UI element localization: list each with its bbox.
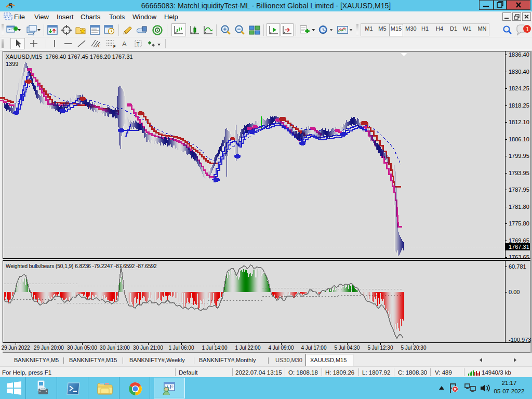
svg-text:5 Jul 20:30: 5 Jul 20:30 [401, 345, 427, 351]
svg-text:29 Jun 20:00: 29 Jun 20:00 [34, 345, 64, 351]
svg-text:1767.31: 1767.31 [509, 244, 529, 250]
svg-text:4 Jul 17:00: 4 Jul 17:00 [301, 345, 327, 351]
svg-text:1775.80: 1775.80 [509, 220, 529, 227]
svg-text:5 Jul 04:30: 5 Jul 04:30 [335, 345, 360, 351]
svg-text:-100.973: -100.973 [509, 337, 531, 343]
svg-text:1824.25: 1824.25 [509, 85, 529, 91]
svg-text:30 Jun 13:00: 30 Jun 13:00 [100, 345, 130, 351]
svg-text:5 Jul 12:30: 5 Jul 12:30 [368, 345, 393, 351]
svg-text:Weighted bulls/bears (50,1,9): Weighted bulls/bears (50,1,9) 6.8236 -79… [6, 263, 157, 269]
svg-text:1812.10: 1812.10 [509, 119, 529, 125]
svg-text:XAUUSD,M15 1766.40 1767.45 17: XAUUSD,M15 1766.40 1767.45 1766.20 1767.… [6, 54, 133, 60]
svg-text:1799.95: 1799.95 [509, 153, 529, 159]
svg-text:1836.40: 1836.40 [509, 51, 529, 58]
svg-text:99: 99 [170, 385, 174, 388]
svg-text:1781.80: 1781.80 [509, 204, 529, 210]
svg-text:1 Jul 22:00: 1 Jul 22:00 [235, 345, 261, 351]
svg-text:30 Jun 05:00: 30 Jun 05:00 [67, 345, 97, 351]
svg-text:29 Jun 2022: 29 Jun 2022 [1, 345, 30, 351]
svg-text:1818.25: 1818.25 [509, 102, 529, 109]
svg-text:1830.40: 1830.40 [509, 69, 529, 75]
svg-text:F: F [113, 45, 116, 48]
svg-text:0.00: 0.00 [509, 289, 520, 295]
svg-text:30 Jun 21:00: 30 Jun 21:00 [133, 345, 163, 351]
svg-text:1806.10: 1806.10 [509, 136, 529, 142]
svg-text:E: E [98, 44, 101, 48]
svg-text:1 Jul 06:00: 1 Jul 06:00 [169, 345, 194, 351]
svg-text:T: T [137, 42, 140, 47]
svg-text:1769.65: 1769.65 [509, 237, 529, 244]
svg-text:A: A [122, 40, 127, 48]
svg-text:1787.95: 1787.95 [509, 187, 529, 193]
svg-text:1793.95: 1793.95 [509, 170, 529, 176]
svg-text:4 Jul 09:00: 4 Jul 09:00 [269, 345, 294, 351]
svg-text:1399: 1399 [6, 61, 18, 67]
svg-text:1 Jul 14:00: 1 Jul 14:00 [202, 345, 228, 351]
svg-text:60.781: 60.781 [509, 263, 526, 270]
svg-text:1: 1 [526, 26, 529, 32]
